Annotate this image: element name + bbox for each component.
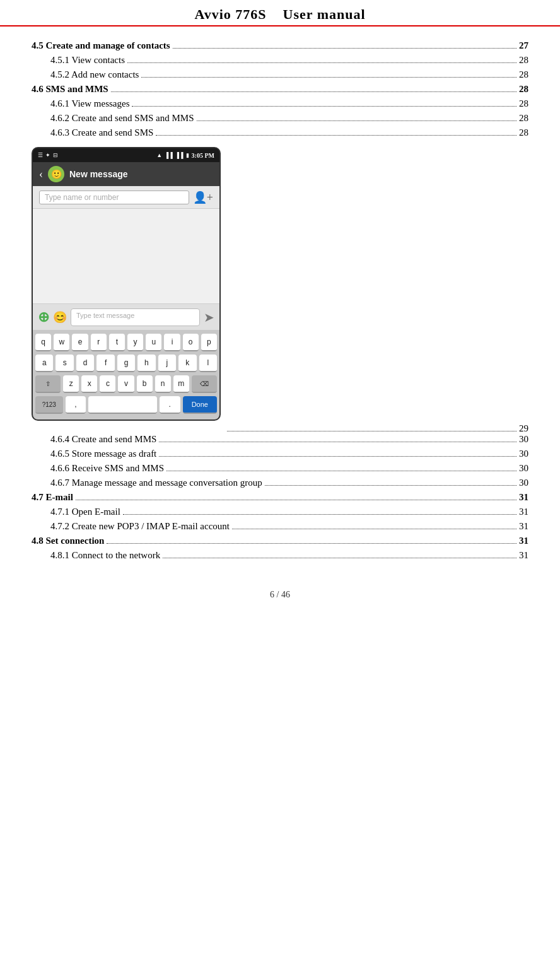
toc-label: 4.6.5 Store message as draft [50, 449, 156, 459]
message-header: ‹ 🙂 New message [33, 162, 219, 186]
toc-item: 4.7 E-mail31 [32, 492, 528, 503]
toc-page: 31 [519, 492, 528, 503]
toc-dots [166, 471, 516, 471]
key-o[interactable]: o [183, 334, 199, 351]
num-key[interactable]: ?123 [35, 396, 63, 414]
comma-key[interactable]: , [66, 396, 86, 414]
key-t[interactable]: t [109, 334, 125, 351]
key-i[interactable]: i [164, 334, 180, 351]
toc-label: 4.6.6 Receive SMS and MMS [50, 463, 164, 474]
toc-label: 4.6.1 View messages [50, 98, 129, 109]
toc-dots [159, 442, 516, 442]
toc-label: 4.6.4 Create and send MMS [50, 434, 156, 445]
toc-item: 4.6.1 View messages28 [32, 98, 528, 109]
key-u[interactable]: u [146, 334, 161, 351]
send-icon[interactable]: ➤ [204, 310, 214, 325]
emoji-icon[interactable]: 😊 [53, 310, 67, 324]
toc-item: 4.6.4 Create and send MMS30 [32, 434, 528, 445]
content-area: 4.5 Create and manage of contacts274.5.1… [0, 26, 560, 577]
toc-label: 4.5.2 Add new contacts [50, 69, 139, 80]
toc-page: 28 [519, 55, 528, 66]
status-left-icons: ☰ ✦ ⊟ [38, 152, 58, 158]
backspace-key[interactable]: ⌫ [192, 375, 217, 393]
type-message-input[interactable]: Type text message [71, 308, 200, 326]
compose-bar: ⊕ 😊 Type text message ➤ [33, 303, 219, 330]
toc-dots [265, 485, 516, 486]
toc-page: 28 [519, 84, 528, 95]
toc-page: 28 [519, 113, 528, 124]
toc-dots [232, 529, 516, 529]
toc-page: 31 [519, 536, 528, 546]
done-key[interactable]: Done [183, 396, 217, 414]
signal-icon2: ▐▐ [175, 152, 184, 158]
toc-label: 4.6 SMS and MMS [32, 84, 108, 95]
toc-item: 4.6.5 Store message as draft30 [32, 449, 528, 459]
keyboard: q w e r t y u i o p a s d f g [33, 330, 219, 419]
toc-item: 4.8 Set connection31 [32, 536, 528, 546]
toc-dots [197, 120, 517, 121]
page-title: Avvio 776S User manual [0, 6, 560, 23]
space-key[interactable] [88, 396, 157, 414]
key-r[interactable]: r [91, 334, 107, 351]
key-m[interactable]: m [173, 375, 189, 393]
recipient-input[interactable]: Type name or number [39, 191, 189, 204]
toc-label: 4.7.2 Create new POP3 / IMAP E-mail acco… [50, 521, 230, 532]
message-body[interactable] [33, 209, 219, 303]
key-n[interactable]: n [155, 375, 171, 393]
phone-inner: ☰ ✦ ⊟ ▲ ▐▐ ▐▐ ▮ 3:05 PM ‹ 🙂 New message [32, 147, 221, 421]
keyboard-row-4: ?123 , . Done [35, 396, 217, 414]
key-p[interactable]: p [201, 334, 217, 351]
key-b[interactable]: b [137, 375, 153, 393]
toc-page: 28 [519, 127, 528, 138]
key-g[interactable]: g [117, 355, 135, 372]
toc-dots [141, 77, 516, 78]
toc-page: 30 [519, 478, 528, 488]
toc-label: 4.5 Create and manage of contacts [32, 40, 170, 51]
key-a[interactable]: a [35, 355, 53, 372]
status-time: 3:05 PM [192, 152, 214, 159]
toc-label: 4.7.1 Open E-mail [50, 507, 120, 517]
toc-dots [111, 91, 516, 92]
key-e[interactable]: e [72, 334, 88, 351]
key-k[interactable]: k [178, 355, 196, 372]
key-d[interactable]: d [76, 355, 94, 372]
status-bar: ☰ ✦ ⊟ ▲ ▐▐ ▐▐ ▮ 3:05 PM [33, 148, 219, 162]
add-attachment-icon[interactable]: ⊕ [38, 309, 49, 326]
toc-page: 31 [519, 550, 528, 561]
page-header: Avvio 776S User manual [0, 0, 560, 26]
to-field: Type name or number 👤+ [33, 186, 219, 209]
toc-dots [76, 500, 516, 500]
toc-page: 27 [519, 40, 528, 51]
key-q[interactable]: q [35, 334, 51, 351]
toc-item: 4.7.1 Open E-mail31 [32, 507, 528, 517]
add-contact-icon[interactable]: 👤+ [193, 191, 213, 204]
key-c[interactable]: c [100, 375, 115, 393]
key-f[interactable]: f [96, 355, 114, 372]
toc-after-phone-line: 29 [32, 423, 528, 434]
phone-screenshot: ☰ ✦ ⊟ ▲ ▐▐ ▐▐ ▮ 3:05 PM ‹ 🙂 New message [32, 147, 221, 421]
toc-dots [132, 106, 516, 107]
toc-dots [107, 543, 516, 544]
period-key[interactable]: . [160, 396, 180, 414]
toc-item: 4.6.7 Manage message and message convers… [32, 478, 528, 488]
back-arrow-icon[interactable]: ‹ [39, 168, 43, 180]
shift-key[interactable]: ⇧ [35, 375, 61, 393]
toc-label: 4.6.7 Manage message and message convers… [50, 478, 262, 488]
toc-item: 4.5.2 Add new contacts28 [32, 69, 528, 80]
key-x[interactable]: x [81, 375, 97, 393]
key-v[interactable]: v [118, 375, 134, 393]
signal-icon1: ▐▐ [165, 152, 173, 158]
toc-item: 4.6.2 Create and send SMS and MMS28 [32, 113, 528, 124]
toc-page: 28 [519, 98, 528, 109]
key-s[interactable]: s [55, 355, 73, 372]
key-y[interactable]: y [127, 334, 143, 351]
key-h[interactable]: h [137, 355, 155, 372]
key-j[interactable]: j [158, 355, 176, 372]
key-l[interactable]: l [199, 355, 217, 372]
status-right-icons: ▲ ▐▐ ▐▐ ▮ 3:05 PM [156, 152, 214, 159]
toc-page: 31 [519, 507, 528, 517]
key-z[interactable]: z [63, 375, 79, 393]
new-message-title: New message [69, 169, 128, 179]
toc-page: 30 [519, 449, 528, 459]
key-w[interactable]: w [54, 334, 69, 351]
